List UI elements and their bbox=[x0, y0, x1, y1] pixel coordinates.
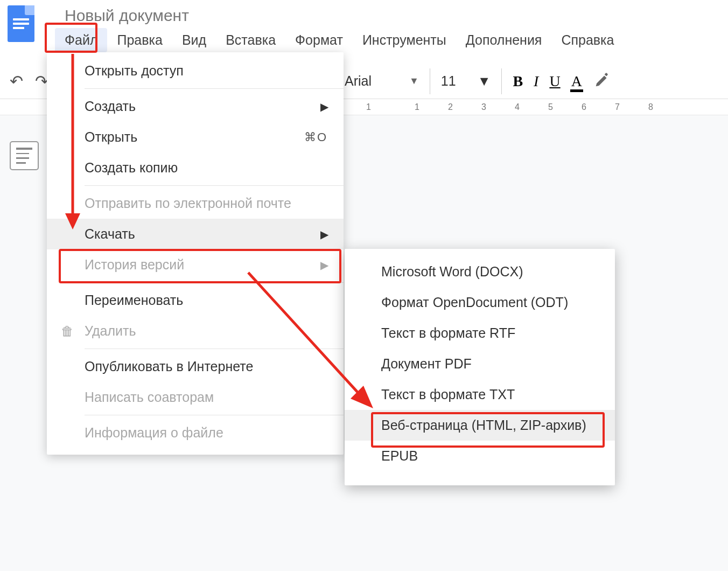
ruler-tick: 7 bbox=[615, 99, 620, 115]
submenu-item-epub[interactable]: EPUB bbox=[345, 441, 615, 471]
document-outline-button[interactable] bbox=[10, 141, 39, 170]
chevron-down-icon: ▼ bbox=[409, 75, 419, 87]
menu-item-version-history[interactable]: История версий ▶ bbox=[47, 249, 344, 280]
submenu-item-odt[interactable]: Формат OpenDocument (ODT) bbox=[345, 287, 615, 318]
bold-button[interactable]: B bbox=[513, 73, 523, 90]
docs-logo-icon[interactable] bbox=[8, 5, 34, 42]
menu-item-share[interactable]: Открыть доступ bbox=[47, 55, 344, 86]
menu-item-publish[interactable]: Опубликовать в Интернете bbox=[47, 351, 344, 382]
ruler-tick: 3 bbox=[481, 99, 486, 115]
submenu-item-html[interactable]: Веб-страница (HTML, ZIP-архив) bbox=[345, 410, 615, 441]
ruler-tick: 6 bbox=[582, 99, 586, 115]
menu-help[interactable]: Справка bbox=[551, 28, 624, 52]
ruler-tick: 1 bbox=[366, 99, 371, 115]
ruler-tick: 1 bbox=[415, 99, 419, 115]
submenu-arrow-icon: ▶ bbox=[320, 228, 328, 241]
document-title[interactable]: Новый документ bbox=[55, 5, 624, 28]
menu-addons[interactable]: Дополнения bbox=[456, 28, 552, 52]
submenu-arrow-icon: ▶ bbox=[320, 259, 328, 271]
font-family-selector[interactable]: Arial ▼ bbox=[345, 73, 419, 89]
menu-item-open[interactable]: Открыть ⌘O bbox=[47, 122, 344, 152]
file-dropdown-menu: Открыть доступ Создать ▶ Открыть ⌘O Созд… bbox=[47, 52, 344, 455]
menu-item-file-info[interactable]: Информация о файле bbox=[47, 417, 344, 448]
menu-view[interactable]: Вид bbox=[172, 28, 216, 52]
menu-item-email-collaborators: Написать соавторам bbox=[47, 382, 344, 413]
menu-bar: Файл Правка Вид Вставка Формат Инструмен… bbox=[55, 28, 624, 52]
italic-button[interactable]: I bbox=[534, 73, 538, 90]
menu-item-email: Отправить по электронной почте bbox=[47, 188, 344, 219]
submenu-item-pdf[interactable]: Документ PDF bbox=[345, 349, 615, 379]
menu-item-download[interactable]: Скачать ▶ bbox=[47, 219, 344, 249]
submenu-item-txt[interactable]: Текст в формате TXT bbox=[345, 379, 615, 410]
menu-item-rename[interactable]: Переименовать bbox=[47, 285, 344, 316]
menu-edit[interactable]: Правка bbox=[107, 28, 172, 52]
highlighter-icon bbox=[593, 71, 611, 89]
menu-item-create[interactable]: Создать ▶ bbox=[47, 91, 344, 122]
highlight-color-button[interactable] bbox=[593, 71, 611, 92]
font-family-value: Arial bbox=[345, 73, 372, 89]
menu-item-delete: 🗑 Удалить bbox=[47, 316, 344, 346]
submenu-item-docx[interactable]: Microsoft Word (DOCX) bbox=[345, 256, 615, 287]
submenu-item-rtf[interactable]: Текст в формате RTF bbox=[345, 318, 615, 349]
ruler-tick: 5 bbox=[548, 99, 553, 115]
submenu-arrow-icon: ▶ bbox=[320, 100, 328, 113]
font-size-selector[interactable]: 11 ▼ bbox=[441, 73, 491, 89]
separator bbox=[430, 68, 430, 94]
menu-tools[interactable]: Инструменты bbox=[353, 28, 456, 52]
ruler-tick: 4 bbox=[515, 99, 520, 115]
ruler-tick: 2 bbox=[448, 99, 453, 115]
download-submenu: Microsoft Word (DOCX) Формат OpenDocumen… bbox=[345, 249, 615, 485]
keyboard-shortcut: ⌘O bbox=[304, 130, 327, 144]
font-size-value: 11 bbox=[441, 73, 456, 89]
underline-button[interactable]: U bbox=[549, 73, 560, 90]
menu-file[interactable]: Файл bbox=[55, 28, 107, 52]
menu-insert[interactable]: Вставка bbox=[216, 28, 285, 52]
chevron-down-icon: ▼ bbox=[478, 73, 491, 89]
undo-icon[interactable]: ↶ bbox=[10, 72, 23, 90]
ruler-tick: 8 bbox=[648, 99, 653, 115]
menu-format[interactable]: Формат bbox=[285, 28, 353, 52]
trash-icon: 🗑 bbox=[61, 324, 74, 339]
menu-item-make-copy[interactable]: Создать копию bbox=[47, 152, 344, 183]
separator bbox=[501, 68, 502, 94]
text-color-button[interactable]: A bbox=[571, 73, 582, 90]
